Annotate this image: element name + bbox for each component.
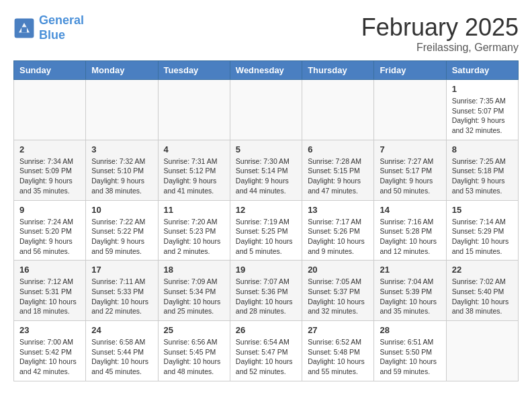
day-info: Sunrise: 6:54 AM Sunset: 5:47 PM Dayligh…: [236, 337, 296, 377]
day-info: Sunrise: 7:05 AM Sunset: 5:37 PM Dayligh…: [308, 277, 368, 316]
calendar-cell: 23Sunrise: 7:00 AM Sunset: 5:42 PM Dayli…: [14, 321, 86, 381]
day-info: Sunrise: 7:12 AM Sunset: 5:31 PM Dayligh…: [19, 277, 80, 316]
day-number: 7: [380, 144, 440, 154]
day-number: 18: [164, 265, 224, 275]
weekday-header-monday: Monday: [86, 61, 158, 80]
day-number: 13: [308, 205, 368, 215]
calendar-cell: 24Sunrise: 6:58 AM Sunset: 5:44 PM Dayli…: [86, 321, 158, 381]
calendar-cell: [302, 80, 374, 140]
day-number: 27: [308, 325, 368, 335]
day-info: Sunrise: 7:00 AM Sunset: 5:42 PM Dayligh…: [19, 337, 80, 377]
calendar-cell: 16Sunrise: 7:12 AM Sunset: 5:31 PM Dayli…: [14, 261, 86, 321]
weekday-header-tuesday: Tuesday: [158, 61, 230, 80]
day-number: 8: [452, 144, 513, 154]
day-number: 9: [19, 205, 80, 215]
day-number: 2: [19, 144, 80, 154]
day-number: 10: [91, 205, 152, 215]
day-number: 17: [91, 265, 152, 275]
logo-icon: [13, 17, 35, 39]
calendar-table: SundayMondayTuesdayWednesdayThursdayFrid…: [13, 60, 519, 381]
calendar-cell: 5Sunrise: 7:30 AM Sunset: 5:14 PM Daylig…: [230, 140, 302, 200]
calendar-cell: 4Sunrise: 7:31 AM Sunset: 5:12 PM Daylig…: [158, 140, 230, 200]
calendar-week-row: 9Sunrise: 7:24 AM Sunset: 5:20 PM Daylig…: [14, 200, 519, 261]
calendar-cell: 25Sunrise: 6:56 AM Sunset: 5:45 PM Dayli…: [158, 321, 230, 381]
day-number: 12: [236, 205, 296, 215]
day-info: Sunrise: 7:09 AM Sunset: 5:34 PM Dayligh…: [164, 277, 224, 316]
weekday-header-wednesday: Wednesday: [230, 61, 302, 80]
day-info: Sunrise: 6:56 AM Sunset: 5:45 PM Dayligh…: [164, 337, 224, 377]
day-info: Sunrise: 7:34 AM Sunset: 5:09 PM Dayligh…: [19, 156, 80, 196]
day-number: 6: [308, 144, 368, 154]
day-info: Sunrise: 7:24 AM Sunset: 5:20 PM Dayligh…: [19, 217, 80, 257]
day-info: Sunrise: 7:31 AM Sunset: 5:12 PM Dayligh…: [164, 156, 224, 196]
day-info: Sunrise: 7:27 AM Sunset: 5:17 PM Dayligh…: [380, 156, 440, 196]
calendar-cell: 12Sunrise: 7:19 AM Sunset: 5:25 PM Dayli…: [230, 200, 302, 261]
page-header: General Blue February 2025 Freilassing, …: [13, 13, 519, 54]
day-info: Sunrise: 6:52 AM Sunset: 5:48 PM Dayligh…: [308, 337, 368, 377]
weekday-header-row: SundayMondayTuesdayWednesdayThursdayFrid…: [14, 61, 519, 80]
calendar-cell: 11Sunrise: 7:20 AM Sunset: 5:23 PM Dayli…: [158, 200, 230, 261]
day-info: Sunrise: 7:22 AM Sunset: 5:22 PM Dayligh…: [91, 217, 152, 257]
calendar-cell: [230, 80, 302, 140]
weekday-header-sunday: Sunday: [14, 61, 86, 80]
calendar-cell: 2Sunrise: 7:34 AM Sunset: 5:09 PM Daylig…: [14, 140, 86, 200]
logo-text: General Blue: [39, 13, 84, 42]
logo: General Blue: [13, 13, 84, 42]
weekday-header-saturday: Saturday: [446, 61, 518, 80]
calendar-cell: 7Sunrise: 7:27 AM Sunset: 5:17 PM Daylig…: [374, 140, 446, 200]
weekday-header-thursday: Thursday: [302, 61, 374, 80]
day-info: Sunrise: 7:11 AM Sunset: 5:33 PM Dayligh…: [91, 277, 152, 316]
day-info: Sunrise: 7:19 AM Sunset: 5:25 PM Dayligh…: [236, 217, 296, 257]
day-info: Sunrise: 7:35 AM Sunset: 5:07 PM Dayligh…: [452, 96, 513, 136]
calendar-cell: 9Sunrise: 7:24 AM Sunset: 5:20 PM Daylig…: [14, 200, 86, 261]
day-number: 19: [236, 265, 296, 275]
calendar-cell: 22Sunrise: 7:02 AM Sunset: 5:40 PM Dayli…: [446, 261, 518, 321]
calendar-cell: 13Sunrise: 7:17 AM Sunset: 5:26 PM Dayli…: [302, 200, 374, 261]
day-number: 11: [164, 205, 224, 215]
day-number: 26: [236, 325, 296, 335]
day-info: Sunrise: 7:16 AM Sunset: 5:28 PM Dayligh…: [380, 217, 440, 257]
day-number: 3: [91, 144, 152, 154]
day-info: Sunrise: 7:20 AM Sunset: 5:23 PM Dayligh…: [164, 217, 224, 257]
day-info: Sunrise: 7:30 AM Sunset: 5:14 PM Dayligh…: [236, 156, 296, 196]
calendar-cell: 18Sunrise: 7:09 AM Sunset: 5:34 PM Dayli…: [158, 261, 230, 321]
day-info: Sunrise: 6:51 AM Sunset: 5:50 PM Dayligh…: [380, 337, 440, 377]
calendar-cell: 17Sunrise: 7:11 AM Sunset: 5:33 PM Dayli…: [86, 261, 158, 321]
day-number: 22: [452, 265, 513, 275]
day-info: Sunrise: 7:04 AM Sunset: 5:39 PM Dayligh…: [380, 277, 440, 316]
day-info: Sunrise: 7:07 AM Sunset: 5:36 PM Dayligh…: [236, 277, 296, 316]
day-info: Sunrise: 6:58 AM Sunset: 5:44 PM Dayligh…: [91, 337, 152, 377]
calendar-cell: 27Sunrise: 6:52 AM Sunset: 5:48 PM Dayli…: [302, 321, 374, 381]
day-number: 16: [19, 265, 80, 275]
day-info: Sunrise: 7:28 AM Sunset: 5:15 PM Dayligh…: [308, 156, 368, 196]
calendar-week-row: 1Sunrise: 7:35 AM Sunset: 5:07 PM Daylig…: [14, 80, 519, 140]
calendar-week-row: 16Sunrise: 7:12 AM Sunset: 5:31 PM Dayli…: [14, 261, 519, 321]
day-number: 4: [164, 144, 224, 154]
calendar-cell: 28Sunrise: 6:51 AM Sunset: 5:50 PM Dayli…: [374, 321, 446, 381]
day-number: 23: [19, 325, 80, 335]
day-info: Sunrise: 7:14 AM Sunset: 5:29 PM Dayligh…: [452, 217, 513, 257]
calendar-cell: 3Sunrise: 7:32 AM Sunset: 5:10 PM Daylig…: [86, 140, 158, 200]
calendar-cell: 10Sunrise: 7:22 AM Sunset: 5:22 PM Dayli…: [86, 200, 158, 261]
title-section: February 2025 Freilassing, Germany: [361, 13, 519, 54]
day-number: 20: [308, 265, 368, 275]
svg-rect-2: [21, 27, 27, 32]
calendar-cell: [14, 80, 86, 140]
calendar-cell: 14Sunrise: 7:16 AM Sunset: 5:28 PM Dayli…: [374, 200, 446, 261]
calendar-cell: [158, 80, 230, 140]
calendar-cell: [374, 80, 446, 140]
calendar-cell: 8Sunrise: 7:25 AM Sunset: 5:18 PM Daylig…: [446, 140, 518, 200]
calendar-cell: 15Sunrise: 7:14 AM Sunset: 5:29 PM Dayli…: [446, 200, 518, 261]
day-info: Sunrise: 7:25 AM Sunset: 5:18 PM Dayligh…: [452, 156, 513, 196]
location: Freilassing, Germany: [361, 42, 519, 54]
calendar-cell: 20Sunrise: 7:05 AM Sunset: 5:37 PM Dayli…: [302, 261, 374, 321]
calendar-week-row: 23Sunrise: 7:00 AM Sunset: 5:42 PM Dayli…: [14, 321, 519, 381]
calendar-cell: [446, 321, 518, 381]
calendar-cell: 1Sunrise: 7:35 AM Sunset: 5:07 PM Daylig…: [446, 80, 518, 140]
day-number: 14: [380, 205, 440, 215]
day-number: 5: [236, 144, 296, 154]
day-number: 15: [452, 205, 513, 215]
weekday-header-friday: Friday: [374, 61, 446, 80]
day-number: 25: [164, 325, 224, 335]
day-number: 28: [380, 325, 440, 335]
